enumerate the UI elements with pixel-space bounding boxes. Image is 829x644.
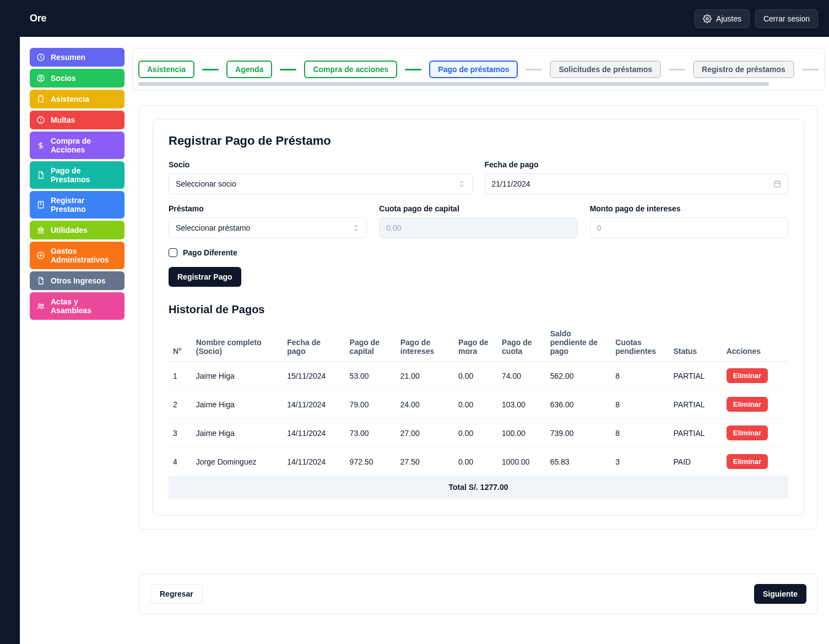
cell-mora: 0.00 (454, 447, 497, 476)
back-button[interactable]: Regresar (150, 584, 203, 604)
history-table: N° Nombre completo (Socio) Fecha de pago… (169, 324, 788, 499)
stepper-scrollbar[interactable] (138, 82, 769, 86)
cell-actions: Eliminar (722, 419, 788, 447)
delete-button[interactable]: Eliminar (727, 397, 768, 412)
cell-actions: Eliminar (722, 447, 788, 476)
settings-button[interactable]: Ajustes (695, 9, 750, 28)
pago-diferente-label: Pago Diferente (183, 248, 237, 257)
cell-saldo: 562.00 (546, 362, 611, 390)
sidebar-item-otros-ingresos[interactable]: Otros Ingresos (30, 271, 124, 290)
col-cuota: Pago de cuota (497, 324, 546, 362)
sidebar-item-pago-prestamos[interactable]: Pago de Prestamos (30, 161, 124, 189)
back-button-label: Regresar (160, 590, 193, 598)
fecha-label: Fecha de pago (485, 160, 789, 169)
topbar-actions: Ajustes Cerrar sesion (695, 9, 818, 28)
alert-icon (36, 116, 45, 124)
cell-cuotas: 3 (611, 447, 669, 476)
cell-nombre: Jaime Higa (192, 419, 283, 447)
interes-label: Monto pago de intereses (590, 204, 788, 213)
cell-intereses: 27.50 (396, 447, 454, 476)
svg-rect-4 (39, 96, 43, 102)
step-done[interactable]: Asistencia (138, 61, 194, 78)
col-fecha: Fecha de pago (283, 324, 345, 362)
users-icon (36, 302, 45, 310)
sidebar-item-utilidades[interactable]: Utilidades (30, 221, 124, 239)
cell-mora: 0.00 (454, 419, 497, 447)
stepper: AsistenciaAgendaCompra de accionesPago d… (138, 61, 819, 78)
cell-fecha: 14/11/2024 (283, 419, 345, 447)
cell-status: PARTIAL (669, 362, 722, 390)
sidebar-item-label: Asistencia (51, 95, 89, 103)
sidebar-item-multas[interactable]: Multas (30, 111, 124, 129)
col-capital: Pago de capital (345, 324, 396, 362)
cell-capital: 73.00 (345, 419, 396, 447)
socio-select[interactable]: Seleccionar socio (169, 173, 473, 194)
cell-cuota: 100.00 (497, 419, 546, 447)
chevrons-up-down-icon (458, 180, 465, 188)
step-done[interactable]: Agenda (226, 61, 272, 78)
sidebar-item-compra-acciones[interactable]: Compra de Acciones (30, 132, 124, 159)
left-gutter (0, 0, 20, 644)
step-active[interactable]: Pago de préstamos (429, 61, 518, 78)
document-icon (36, 171, 45, 179)
socio-label: Socio (169, 160, 473, 169)
sidebar-item-actas-asambleas[interactable]: Actas y Asambleas (30, 292, 124, 320)
cell-nombre: Jaime Higa (192, 390, 283, 419)
plus-circle-icon (36, 251, 45, 260)
prestamo-label: Préstamo (169, 204, 367, 213)
sidebar-item-gastos-admin[interactable]: Gastos Administrativos (30, 242, 124, 269)
sidebar-item-label: Socios (51, 74, 76, 83)
pago-diferente-checkbox[interactable] (169, 248, 177, 257)
cell-n: 3 (169, 419, 192, 447)
cell-mora: 0.00 (454, 362, 497, 390)
delete-button[interactable]: Eliminar (727, 425, 768, 440)
cell-saldo: 65.83 (546, 447, 611, 476)
stepper-connector (669, 69, 685, 70)
sidebar-item-registrar-prestamo[interactable]: Registrar Prestamo (30, 191, 124, 219)
registrar-pago-label: Registrar Pago (177, 272, 232, 281)
sidebar-item-socios[interactable]: Socios (30, 69, 124, 88)
dollar-icon (36, 141, 45, 150)
next-button[interactable]: Siguiente (754, 584, 806, 604)
clipboard-icon (36, 95, 45, 103)
interes-input[interactable]: 0 (590, 217, 788, 238)
sidebar-item-resumen[interactable]: Resumen (30, 48, 124, 67)
cell-capital: 972.50 (345, 447, 396, 476)
sidebar-item-label: Multas (51, 116, 75, 124)
interes-placeholder: 0 (597, 223, 602, 232)
fecha-input[interactable]: 21/11/2024 (485, 173, 789, 194)
col-acciones: Acciones (722, 324, 788, 362)
chevrons-up-down-icon (352, 224, 360, 232)
main-content: AsistenciaAgendaCompra de accionesPago d… (132, 48, 829, 631)
logout-button[interactable]: Cerrar sesion (755, 9, 818, 28)
prestamo-select[interactable]: Seleccionar préstamo (169, 217, 367, 238)
cell-cuotas: 8 (611, 390, 669, 419)
cell-mora: 0.00 (454, 390, 497, 419)
cell-status: PARTIAL (669, 390, 722, 419)
loan-payment-card: Registrar Pago de Préstamo Socio Selecci… (139, 105, 818, 530)
step-future[interactable]: Solicitudes de préstamos (550, 61, 661, 78)
table-row: 4Jorge Dominguez14/11/2024972.5027.500.0… (169, 447, 788, 476)
cell-intereses: 27.00 (396, 419, 454, 447)
step-future[interactable]: Registro de préstamos (693, 61, 794, 78)
bank-icon (36, 226, 45, 234)
cell-capital: 53.00 (345, 362, 396, 390)
col-saldo: Saldo pendiente de pago (546, 324, 611, 362)
svg-point-10 (42, 304, 44, 306)
sidebar-item-label: Pago de Prestamos (51, 166, 118, 184)
cell-n: 1 (169, 362, 192, 390)
svg-rect-11 (774, 181, 781, 187)
delete-button[interactable]: Eliminar (727, 454, 768, 469)
registrar-pago-button[interactable]: Registrar Pago (169, 267, 241, 287)
cell-nombre: Jorge Dominguez (192, 447, 283, 476)
socio-select-value: Seleccionar socio (176, 179, 236, 188)
stepper-connector (280, 69, 296, 70)
svg-point-6 (41, 121, 41, 122)
sidebar-item-asistencia[interactable]: Asistencia (30, 90, 124, 108)
cell-fecha: 14/11/2024 (283, 447, 345, 476)
delete-button[interactable]: Eliminar (727, 368, 768, 383)
cell-intereses: 24.00 (396, 390, 454, 419)
total-cell: Total S/. 1277.00 (169, 476, 788, 499)
step-done[interactable]: Compra de acciones (304, 61, 397, 78)
cell-status: PAID (669, 447, 722, 476)
